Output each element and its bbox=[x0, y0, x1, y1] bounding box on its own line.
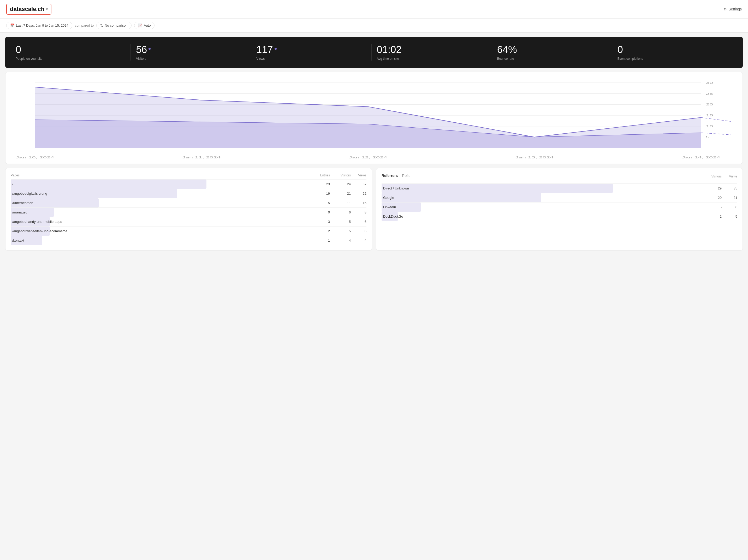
row-content: /232437 bbox=[11, 182, 367, 187]
views-col-label: Views bbox=[351, 173, 367, 177]
referrers-header: Referrers Refs Visitors Views bbox=[381, 173, 737, 179]
visitors-value: 5 bbox=[330, 229, 351, 233]
svg-line-12 bbox=[701, 117, 731, 121]
table-row[interactable]: Google2021 bbox=[381, 193, 737, 202]
row-content: DuckDuckGo25 bbox=[381, 214, 737, 219]
page-label: /managed bbox=[11, 210, 309, 215]
row-content: /angebot/handy-und-mobile-apps356 bbox=[11, 219, 367, 224]
pages-rows: /232437/angebot/digitalisierung192122/un… bbox=[11, 179, 367, 245]
date-range-button[interactable]: 📅 Last 7 Days: Jan 9 to Jan 15, 2024 bbox=[6, 22, 72, 29]
auto-button[interactable]: 📈 Auto bbox=[134, 22, 155, 29]
visitors-value: 6 bbox=[330, 210, 351, 214]
svg-line-13 bbox=[701, 133, 731, 135]
svg-text:Jan 13, 2024: Jan 13, 2024 bbox=[515, 156, 554, 159]
page-label: /angebot/handy-und-mobile-apps bbox=[11, 219, 309, 224]
page-label: /kontakt bbox=[11, 238, 309, 243]
row-content: LinkedIn56 bbox=[381, 205, 737, 210]
chevron-down-icon: ▾ bbox=[46, 7, 48, 11]
stat-dot-icon bbox=[275, 48, 277, 50]
views-value: 8 bbox=[351, 210, 367, 214]
entries-value: 19 bbox=[309, 191, 330, 195]
table-row[interactable]: /angebot/webseiten-und-ecommerce256 bbox=[11, 226, 367, 236]
stat-item: 01:02Avg time on site bbox=[372, 44, 492, 61]
stat-label: Avg time on site bbox=[377, 57, 487, 61]
chart-section: 51015202530Jan 10, 2024Jan 11, 2024Jan 1… bbox=[5, 72, 743, 164]
comparison-label: No comparison bbox=[104, 23, 127, 27]
date-range-label: Last 7 Days: Jan 9 to Jan 15, 2024 bbox=[16, 23, 68, 27]
row-content: Google2021 bbox=[381, 195, 737, 200]
ref-visitors-value: 2 bbox=[701, 214, 722, 218]
page-label: /angebot/webseiten-und-ecommerce bbox=[11, 229, 309, 234]
auto-label: Auto bbox=[144, 23, 151, 27]
bottom-section: Pages Entries Visitors Views /232437/ang… bbox=[5, 168, 743, 251]
settings-button[interactable]: ⚙ Settings bbox=[723, 7, 742, 11]
svg-text:25: 25 bbox=[706, 92, 713, 95]
views-value: 15 bbox=[351, 201, 367, 205]
ref-views-value: 6 bbox=[722, 205, 737, 209]
svg-text:20: 20 bbox=[706, 103, 713, 106]
table-row[interactable]: DuckDuckGo25 bbox=[381, 212, 737, 221]
svg-text:Jan 14, 2024: Jan 14, 2024 bbox=[682, 156, 720, 159]
stat-label: Visitors bbox=[136, 57, 246, 61]
comparison-icon: ⇅ bbox=[100, 23, 103, 27]
stats-bar: 0People on your site56Visitors117Views01… bbox=[5, 37, 743, 68]
comparison-button[interactable]: ⇅ No comparison bbox=[96, 22, 131, 29]
table-row[interactable]: /unternehmen51115 bbox=[11, 198, 367, 207]
compared-to-label: compared to bbox=[75, 23, 94, 27]
referrer-label: LinkedIn bbox=[381, 205, 701, 210]
referrer-label: Google bbox=[381, 195, 701, 200]
views-value: 22 bbox=[351, 191, 367, 195]
stat-value: 64% bbox=[497, 44, 607, 55]
table-row[interactable]: Direct / Unknown2985 bbox=[381, 183, 737, 193]
entries-value: 5 bbox=[309, 201, 330, 205]
row-content: /kontakt144 bbox=[11, 238, 367, 243]
page-label: /unternehmen bbox=[11, 201, 309, 205]
stat-item: 64%Bounce rate bbox=[492, 44, 612, 61]
svg-text:Jan 11, 2024: Jan 11, 2024 bbox=[182, 156, 221, 159]
table-row[interactable]: /angebot/digitalisierung192122 bbox=[11, 189, 367, 198]
stat-dot-icon bbox=[148, 48, 150, 50]
table-row[interactable]: /angebot/handy-und-mobile-apps356 bbox=[11, 217, 367, 226]
svg-text:30: 30 bbox=[706, 81, 713, 84]
views-value: 6 bbox=[351, 220, 367, 224]
tab-referrers[interactable]: Referrers bbox=[381, 173, 398, 179]
line-chart: 51015202530Jan 10, 2024Jan 11, 2024Jan 1… bbox=[11, 77, 737, 161]
page-label: /angebot/digitalisierung bbox=[11, 191, 309, 196]
top-bar: datascale.ch ▾ ⚙ Settings bbox=[0, 0, 748, 19]
svg-text:Jan 12, 2024: Jan 12, 2024 bbox=[349, 156, 387, 159]
ref-visitors-value: 5 bbox=[701, 205, 722, 209]
svg-text:10: 10 bbox=[706, 125, 713, 128]
stat-label: Bounce rate bbox=[497, 57, 607, 61]
table-row[interactable]: /managed068 bbox=[11, 207, 367, 217]
entries-value: 1 bbox=[309, 238, 330, 242]
calendar-icon: 📅 bbox=[10, 23, 14, 27]
visitors-value: 5 bbox=[330, 220, 351, 224]
row-content: Direct / Unknown2985 bbox=[381, 186, 737, 191]
visitors-col-label: Visitors bbox=[330, 173, 351, 177]
settings-label: Settings bbox=[728, 7, 742, 11]
views-value: 37 bbox=[351, 182, 367, 186]
entries-value: 3 bbox=[309, 220, 330, 224]
referrers-tabs: Referrers Refs bbox=[381, 173, 410, 179]
stat-label: Event completions bbox=[617, 57, 727, 61]
ref-views-value: 5 bbox=[722, 214, 737, 218]
chart-icon: 📈 bbox=[138, 23, 142, 27]
filter-bar: 📅 Last 7 Days: Jan 9 to Jan 15, 2024 com… bbox=[0, 19, 748, 32]
entries-value: 2 bbox=[309, 229, 330, 233]
stat-value: 0 bbox=[16, 44, 125, 55]
visitors-value: 4 bbox=[330, 238, 351, 242]
table-row[interactable]: LinkedIn56 bbox=[381, 202, 737, 212]
ref-views-value: 85 bbox=[722, 186, 737, 190]
site-selector[interactable]: datascale.ch ▾ bbox=[6, 4, 51, 15]
pages-table: Pages Entries Visitors Views /232437/ang… bbox=[5, 168, 372, 251]
tab-refs[interactable]: Refs bbox=[402, 173, 410, 179]
table-row[interactable]: /kontakt144 bbox=[11, 236, 367, 245]
entries-col-label: Entries bbox=[309, 173, 330, 177]
page-label: / bbox=[11, 182, 309, 187]
svg-text:5: 5 bbox=[706, 135, 709, 139]
views-value: 6 bbox=[351, 229, 367, 233]
row-content: /managed068 bbox=[11, 210, 367, 215]
table-row[interactable]: /232437 bbox=[11, 179, 367, 189]
stat-label: People on your site bbox=[16, 57, 125, 61]
visitors-value: 11 bbox=[330, 201, 351, 205]
